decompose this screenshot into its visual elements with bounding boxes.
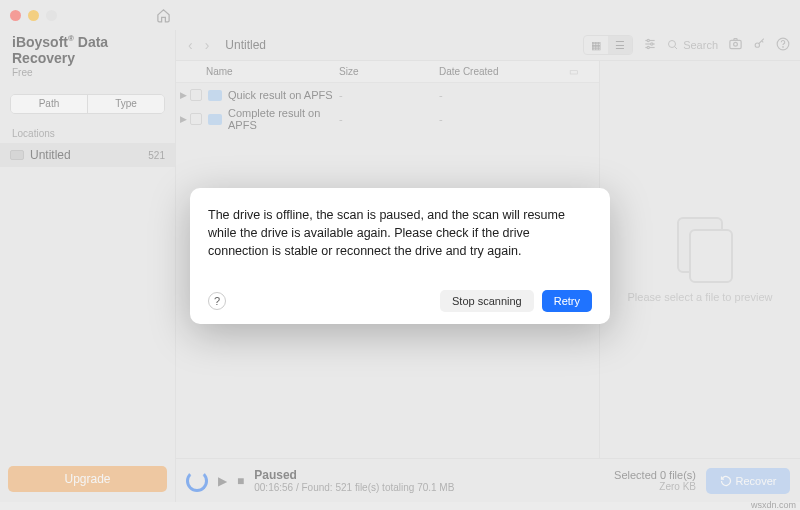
offline-dialog: The drive is offline, the scan is paused… <box>190 188 610 324</box>
modal-overlay: The drive is offline, the scan is paused… <box>0 0 800 502</box>
stop-scanning-button[interactable]: Stop scanning <box>440 290 534 312</box>
retry-button[interactable]: Retry <box>542 290 592 312</box>
dialog-help-button[interactable]: ? <box>208 292 226 310</box>
app-window: iBoysoft® Data Recovery Free Path Type L… <box>0 0 800 502</box>
watermark: wsxdn.com <box>751 500 796 510</box>
dialog-message: The drive is offline, the scan is paused… <box>208 206 592 260</box>
